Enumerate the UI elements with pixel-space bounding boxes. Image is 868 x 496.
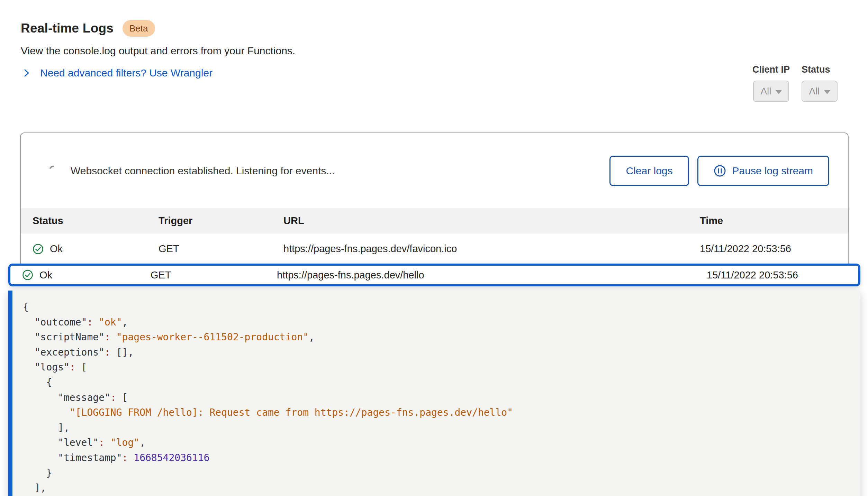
col-url: URL [283,215,700,227]
pause-log-stream-button[interactable]: Pause log stream [697,156,829,186]
log-detail-panel: { "outcome": "ok", "scriptName": "pages-… [8,291,860,496]
chevron-down-icon [824,90,830,94]
chevron-right-icon [22,68,31,78]
expanded-log-entry: Ok GET https://pages-fns.pages.dev/hello… [8,264,860,496]
console-bar: Websocket connection established. Listen… [21,133,848,208]
log-card: Websocket connection established. Listen… [20,132,849,264]
clear-logs-button[interactable]: Clear logs [609,156,689,186]
row-status-cell: Ok [33,243,159,255]
row-status-label: Ok [50,243,63,255]
table-row-selected[interactable]: Ok GET https://pages-fns.pages.dev/hello… [8,264,860,286]
chevron-down-icon [776,90,782,94]
wrangler-link-label: Need advanced filters? Use Wrangler [40,67,213,79]
bar-buttons: Clear logs Pause log stream [609,156,829,186]
filter-client-ip: Client IP All [752,64,790,102]
table-header: Status Trigger URL Time [21,208,848,233]
row-status-cell: Ok [22,269,151,281]
wrangler-link[interactable]: Need advanced filters? Use Wrangler [22,67,213,79]
col-time: Time [700,215,848,227]
row-trigger: GET [151,269,277,281]
row-time: 15/11/2022 20:53:56 [707,269,858,281]
loading-spinner-icon [48,165,58,176]
client-ip-value: All [760,86,771,97]
page-title: Real-time Logs [21,21,114,36]
status-dropdown[interactable]: All [802,81,838,102]
filters: Client IP All Status All [752,64,838,102]
beta-badge: Beta [123,20,155,37]
ok-check-circle-icon [22,269,33,281]
status-value: All [809,86,820,97]
client-ip-dropdown[interactable]: All [753,81,789,102]
client-ip-label: Client IP [752,64,790,75]
row-time: 15/11/2022 20:53:56 [700,243,848,255]
clear-logs-label: Clear logs [626,165,672,177]
row-trigger: GET [159,243,283,255]
col-status: Status [33,215,159,227]
row-url: https://pages-fns.pages.dev/hello [277,269,707,281]
ok-check-circle-icon [33,244,44,255]
table-row[interactable]: Ok GET https://pages-fns.pages.dev/favic… [21,233,848,264]
log-json: { "outcome": "ok", "scriptName": "pages-… [23,300,860,496]
page-header: Real-time Logs Beta [21,20,155,37]
status-label: Status [802,64,830,75]
websocket-status-message: Websocket connection established. Listen… [71,165,335,177]
row-url: https://pages-fns.pages.dev/favicon.ico [283,243,700,255]
page-subtitle: View the console.log output and errors f… [21,45,295,57]
filter-status: Status All [802,64,838,102]
col-trigger: Trigger [159,215,283,227]
pause-log-stream-label: Pause log stream [732,165,813,177]
pause-circle-icon [714,165,726,177]
row-status-label: Ok [39,269,52,281]
